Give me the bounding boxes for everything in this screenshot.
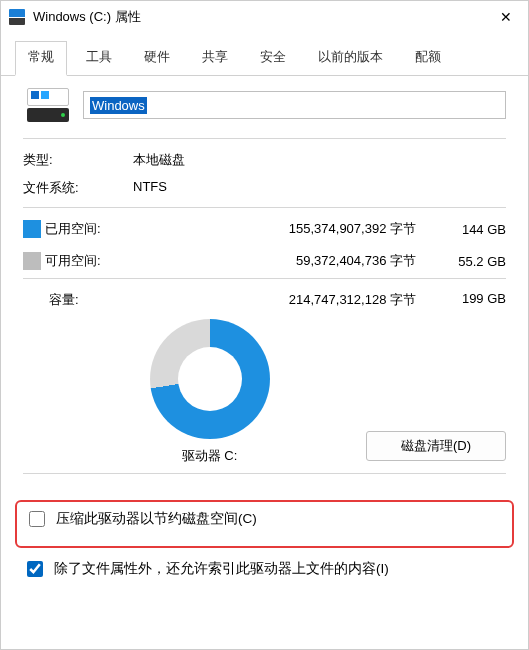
separator xyxy=(23,473,506,474)
usage-donut-chart xyxy=(150,319,270,439)
type-label: 类型: xyxy=(23,151,133,169)
options-section: 压缩此驱动器以节约磁盘空间(C) 除了文件属性外，还允许索引此驱动器上文件的内容… xyxy=(23,500,506,580)
separator xyxy=(23,207,506,208)
tab-hardware[interactable]: 硬件 xyxy=(131,41,183,75)
tab-tools[interactable]: 工具 xyxy=(73,41,125,75)
capacity-gb: 199 GB xyxy=(426,291,506,309)
drive-large-icon xyxy=(27,88,69,122)
highlight-annotation: 压缩此驱动器以节约磁盘空间(C) xyxy=(15,500,514,548)
used-bytes: 155,374,907,392 字节 xyxy=(145,220,426,238)
drive-letter-label: 驱动器 C: xyxy=(182,447,238,465)
close-icon: ✕ xyxy=(500,9,512,25)
used-swatch xyxy=(23,220,41,238)
used-label: 已用空间: xyxy=(45,220,145,238)
index-option[interactable]: 除了文件属性外，还允许索引此驱动器上文件的内容(I) xyxy=(23,558,506,580)
capacity-row: 容量: 214,747,312,128 字节 199 GB xyxy=(23,291,506,309)
compress-label: 压缩此驱动器以节约磁盘空间(C) xyxy=(56,510,257,528)
titlebar: Windows (C:) 属性 ✕ xyxy=(1,1,528,33)
tab-general[interactable]: 常规 xyxy=(15,41,67,76)
drive-name-value: Windows xyxy=(90,97,147,114)
drive-icon xyxy=(9,9,25,25)
close-button[interactable]: ✕ xyxy=(492,3,520,31)
disk-cleanup-button[interactable]: 磁盘清理(D) xyxy=(366,431,506,461)
space-usage: 已用空间: 155,374,907,392 字节 144 GB 可用空间: 59… xyxy=(23,220,506,270)
drive-header: Windows xyxy=(23,88,506,122)
compress-option[interactable]: 压缩此驱动器以节约磁盘空间(C) xyxy=(25,508,504,530)
free-gb: 55.2 GB xyxy=(426,254,506,269)
separator xyxy=(23,278,506,279)
filesystem-value: NTFS xyxy=(133,179,506,197)
properties-dialog: Windows (C:) 属性 ✕ 常规 工具 硬件 共享 安全 以前的版本 配… xyxy=(0,0,529,650)
tab-sharing[interactable]: 共享 xyxy=(189,41,241,75)
used-gb: 144 GB xyxy=(426,222,506,237)
window-title: Windows (C:) 属性 xyxy=(33,8,492,26)
filesystem-label: 文件系统: xyxy=(23,179,133,197)
compress-checkbox[interactable] xyxy=(29,511,45,527)
donut-section: 驱动器 C: 磁盘清理(D) xyxy=(23,319,506,465)
free-bytes: 59,372,404,736 字节 xyxy=(145,252,426,270)
disk-cleanup-label: 磁盘清理(D) xyxy=(401,438,471,453)
free-label: 可用空间: xyxy=(45,252,145,270)
tab-panel-general: Windows 类型: 本地磁盘 文件系统: NTFS 已用空间: 155,37… xyxy=(1,76,528,649)
free-swatch xyxy=(23,252,41,270)
tab-quota[interactable]: 配额 xyxy=(402,41,454,75)
tab-security[interactable]: 安全 xyxy=(247,41,299,75)
separator xyxy=(23,138,506,139)
tab-strip: 常规 工具 硬件 共享 安全 以前的版本 配额 xyxy=(1,33,528,76)
capacity-label: 容量: xyxy=(23,291,145,309)
index-label: 除了文件属性外，还允许索引此驱动器上文件的内容(I) xyxy=(54,560,389,578)
index-checkbox[interactable] xyxy=(27,561,43,577)
tab-previous-versions[interactable]: 以前的版本 xyxy=(305,41,396,75)
drive-name-input[interactable]: Windows xyxy=(83,91,506,119)
drive-info: 类型: 本地磁盘 文件系统: NTFS xyxy=(23,151,506,197)
type-value: 本地磁盘 xyxy=(133,151,506,169)
capacity-bytes: 214,747,312,128 字节 xyxy=(145,291,426,309)
